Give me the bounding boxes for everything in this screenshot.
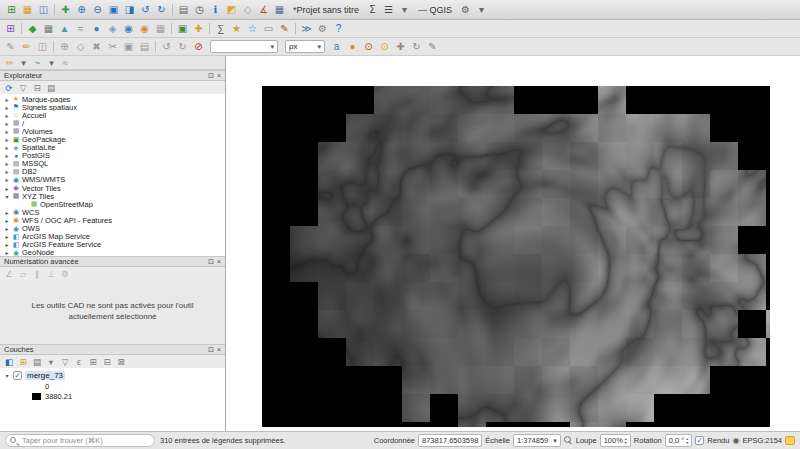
labeling-icon[interactable]: a [329, 40, 344, 54]
collapse-all-icon[interactable]: ⊟ [31, 82, 43, 93]
processing-icon[interactable]: ⚙ [458, 3, 473, 17]
browser-tree-item[interactable]: ▸ ◉ WCS [0, 208, 225, 216]
expand-arrow-icon[interactable]: ▸ [4, 225, 10, 232]
copy-features-icon[interactable]: ▣ [121, 40, 136, 54]
cad-construction-icon[interactable]: ▱ [17, 268, 29, 279]
deselect-features-icon[interactable]: ◇ [240, 3, 255, 17]
zoom-last-icon[interactable]: ↺ [138, 3, 153, 17]
processing-toolbox-icon[interactable]: ⚙ [315, 22, 330, 36]
add-wfs-layer-icon[interactable]: ◉ [137, 22, 152, 36]
browser-tree-item[interactable]: ▸ ▣ GeoPackage [0, 135, 225, 143]
expand-arrow-icon[interactable]: ▸ [4, 96, 10, 103]
expand-arrow-icon[interactable]: ▸ [4, 104, 10, 111]
stream-digitize-icon[interactable]: ≈ [59, 57, 72, 69]
undo-icon[interactable]: ↺ [159, 40, 174, 54]
locator-search-input[interactable] [5, 434, 155, 447]
editing-dropdown-icon[interactable]: ▾ [17, 57, 30, 69]
browser-tree-item[interactable]: ▸ ◉ GeoNode [0, 249, 225, 256]
browser-tree-item[interactable]: ▸ ⚑ Signets spatiaux [0, 103, 225, 111]
add-group-icon[interactable]: ⊞ [17, 356, 29, 367]
temporal-controller-icon[interactable]: ◷ [192, 3, 207, 17]
map-themes-icon[interactable]: ▤ [176, 3, 191, 17]
toggle-editing-icon[interactable]: ✏ [19, 40, 34, 54]
map-canvas[interactable] [226, 56, 800, 431]
new-shapefile-icon[interactable]: ✚ [191, 22, 206, 36]
coordinate-field[interactable]: 873817,6503598 [418, 434, 482, 447]
save-edits-icon[interactable]: ◫ [35, 40, 50, 54]
collapse-all-layers-icon[interactable]: ⊟ [101, 356, 113, 367]
new-geopackage-icon[interactable]: ▣ [175, 22, 190, 36]
magnifier-stepper[interactable]: ▴▾ [625, 437, 627, 445]
advanced-digitizing-float-button[interactable]: ⊡ [208, 257, 214, 266]
attribute-table-icon[interactable]: ▦ [272, 3, 287, 17]
filter-browser-icon[interactable]: ▽ [17, 82, 29, 93]
map-tips-icon[interactable]: ▭ [261, 22, 276, 36]
highlight-label-icon[interactable]: ⊙ [377, 40, 392, 54]
browser-tree-item[interactable]: ▸ ◈ SpatiaLite [0, 144, 225, 152]
vertex-tool-icon[interactable]: ◇ [73, 40, 88, 54]
layer-styling-icon[interactable]: ◧ [3, 356, 15, 367]
expand-arrow-icon[interactable]: ▸ [4, 241, 10, 248]
data-source-manager-icon[interactable]: ⊞ [3, 22, 18, 36]
cad-enable-icon[interactable]: ∠ [3, 268, 15, 279]
browser-tree-item[interactable]: ▸ ▦ /Volumes [0, 127, 225, 135]
filter-legend-icon[interactable]: ▽ [59, 356, 71, 367]
expand-arrow-icon[interactable]: ▸ [4, 128, 10, 135]
expand-arrow-icon[interactable]: ▸ [4, 112, 10, 119]
browser-tree-item[interactable]: ▦ OpenStreetMap [0, 200, 225, 208]
browser-tree-item[interactable]: ▸ ● PostGIS [0, 152, 225, 160]
browser-tree-item[interactable]: ▸ ▤ DB2 [0, 168, 225, 176]
messages-icon[interactable] [785, 436, 795, 445]
cut-features-icon[interactable]: ✂ [105, 40, 120, 54]
new-bookmark-icon[interactable]: ☆ [245, 22, 260, 36]
browser-tree-item[interactable]: ▸ ⌂ Accueil [0, 111, 225, 119]
browser-float-button[interactable]: ⊡ [208, 71, 214, 80]
browser-tree-item[interactable]: ▸ ▤ MSSQL [0, 160, 225, 168]
add-mesh-layer-icon[interactable]: ▲ [57, 22, 72, 36]
units-combo[interactable]: px ▾ [285, 40, 325, 53]
stepper-down-icon[interactable]: ▾ [686, 441, 688, 445]
digitize-segment-icon[interactable]: ~ [31, 57, 44, 69]
add-postgis-layer-icon[interactable]: ● [89, 22, 104, 36]
toolbox-dropdown-icon[interactable]: ▾ [397, 3, 412, 17]
layer-row-merge-73[interactable]: ▾ ✓ merge_73 [0, 370, 225, 381]
cad-parallel-icon[interactable]: ∥ [31, 268, 43, 279]
open-project-icon[interactable]: ▦ [20, 3, 35, 17]
zoom-full-icon[interactable]: ▣ [106, 3, 121, 17]
digitize-dropdown-icon[interactable]: ▾ [45, 57, 58, 69]
identify-features-icon[interactable]: ℹ [208, 3, 223, 17]
expand-arrow-icon[interactable]: ▸ [4, 136, 10, 143]
rotate-label-icon[interactable]: ↻ [409, 40, 424, 54]
filter-expression-icon[interactable]: ε [73, 356, 85, 367]
toggle-editing-icon[interactable]: ✏ [3, 57, 16, 69]
themes-dropdown-icon[interactable]: ▾ [45, 356, 57, 367]
cad-settings-icon[interactable]: ⚙ [59, 268, 71, 279]
browser-tree-item[interactable]: ▸ ◉ WMS/WMTS [0, 176, 225, 184]
discard-edits-icon[interactable]: ⊘ [191, 40, 206, 54]
rotation-field[interactable]: 0,0 ° ▴▾ [665, 434, 693, 447]
zoom-in-icon[interactable]: ⊕ [74, 3, 89, 17]
processing-dropdown-icon[interactable]: ▾ [474, 3, 489, 17]
change-label-icon[interactable]: ✎ [425, 40, 440, 54]
text-format-combo[interactable]: ▾ [210, 40, 278, 53]
cad-perpendicular-icon[interactable]: ⊥ [45, 268, 57, 279]
toolbox-menu-icon[interactable]: ☰ [381, 3, 396, 17]
zoom-next-icon[interactable]: ↻ [154, 3, 169, 17]
select-features-icon[interactable]: ◩ [224, 3, 239, 17]
crs-value[interactable]: EPSG:2154 [742, 436, 782, 445]
paste-features-icon[interactable]: ▤ [137, 40, 152, 54]
python-console-icon[interactable]: ≫ [299, 22, 314, 36]
browser-tree-item[interactable]: ▸ ◉ OWS [0, 225, 225, 233]
browser-properties-icon[interactable]: ▤ [45, 82, 57, 93]
map-view[interactable] [226, 56, 800, 431]
expand-arrow-icon[interactable]: ▸ [4, 249, 10, 256]
expand-arrow-icon[interactable]: ▸ [4, 160, 10, 167]
expand-arrow-icon[interactable]: ▸ [4, 217, 10, 224]
diagram-icon[interactable]: ● [345, 40, 360, 54]
layers-float-button[interactable]: ⊡ [208, 345, 214, 354]
add-feature-icon[interactable]: ⊕ [57, 40, 72, 54]
measure-icon[interactable]: ∡ [256, 3, 271, 17]
expand-arrow-icon[interactable]: ▾ [4, 193, 10, 200]
expand-arrow-icon[interactable]: ▸ [4, 152, 10, 159]
expand-arrow-icon[interactable]: ▸ [4, 168, 10, 175]
